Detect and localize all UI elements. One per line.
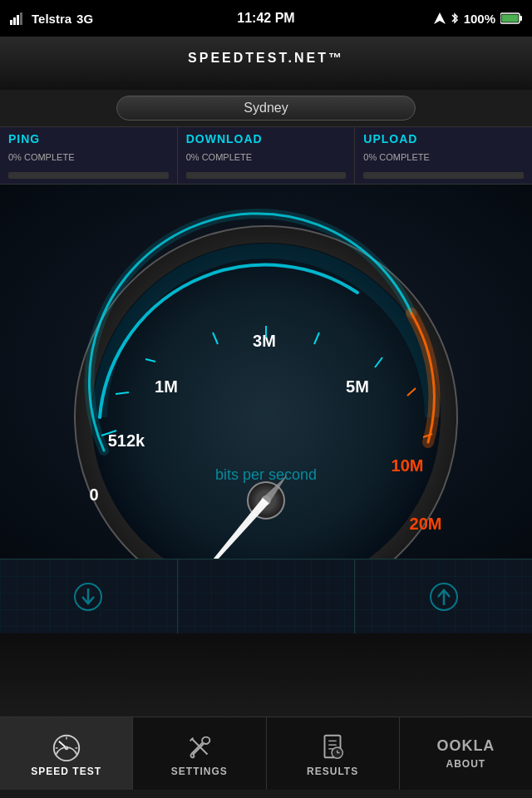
upload-label: UPLOAD (363, 132, 524, 145)
server-bar[interactable]: Sydney (0, 90, 532, 126)
status-left: Telstra 3G (10, 12, 93, 26)
server-location: Sydney (244, 101, 288, 116)
upload-stat: UPLOAD 0% COMPLETE (355, 127, 532, 184)
ping-progress-bg (8, 172, 169, 179)
settings-label: SETTINGS (171, 766, 228, 777)
svg-rect-0 (10, 20, 12, 25)
time-display: 11:42 PM (237, 11, 294, 26)
upload-indicator (355, 559, 532, 633)
bluetooth-icon (451, 12, 459, 25)
about-label: ABOUT (446, 758, 486, 770)
battery-percent: 100% (464, 12, 495, 26)
svg-rect-7 (502, 15, 519, 22)
tab-bar: SPEED TEST SETTINGS RESULTS OOKLA ABOUT (0, 717, 532, 790)
svg-text:1M: 1M (155, 377, 178, 396)
speedometer-icon (51, 731, 82, 762)
server-selector[interactable]: Sydney (116, 96, 416, 121)
status-bar: Telstra 3G 11:42 PM 100% (0, 0, 532, 37)
tab-settings[interactable]: SETTINGS (133, 717, 266, 790)
download-percent: 0% COMPLETE (186, 152, 347, 162)
download-arrow-icon (73, 582, 103, 612)
gauge-area: 0 512k 1M 3M 5M 10M 20M bits per second (0, 185, 532, 559)
carrier-label: Telstra (32, 12, 71, 26)
svg-rect-3 (20, 12, 22, 25)
indicator-bar (0, 559, 532, 633)
status-right: 100% (434, 12, 522, 26)
ping-percent: 0% COMPLETE (8, 152, 169, 162)
network-type: 3G (76, 12, 93, 26)
download-indicator (0, 559, 178, 633)
tab-results[interactable]: RESULTS (267, 717, 400, 790)
speedometer-gauge: 0 512k 1M 3M 5M 10M 20M bits per second (0, 185, 532, 559)
app-header: SPEEDTEST.NET™ (0, 37, 532, 90)
ookla-logo: OOKLA (436, 737, 495, 755)
svg-text:3M: 3M (253, 332, 276, 350)
center-indicator (178, 559, 356, 633)
results-label: RESULTS (307, 766, 358, 777)
settings-icon (184, 731, 215, 762)
svg-text:bits per second: bits per second (215, 466, 317, 483)
location-icon (434, 12, 446, 24)
svg-text:10M: 10M (392, 456, 424, 475)
spacer-area (0, 633, 532, 717)
svg-text:5M: 5M (346, 377, 369, 396)
tab-speed-test[interactable]: SPEED TEST (0, 717, 133, 790)
svg-point-38 (64, 746, 68, 750)
signal-icon (10, 12, 27, 25)
stats-bar: PING 0% COMPLETE DOWNLOAD 0% COMPLETE UP… (0, 126, 532, 185)
app-title: SPEEDTEST.NET™ (188, 48, 344, 79)
upload-percent: 0% COMPLETE (363, 152, 524, 162)
battery-icon (500, 12, 522, 24)
upload-arrow-icon (429, 582, 459, 612)
results-icon (317, 731, 348, 762)
center-grid (178, 559, 355, 633)
speed-test-label: SPEED TEST (31, 766, 101, 777)
download-stat: DOWNLOAD 0% COMPLETE (178, 127, 356, 184)
tab-about[interactable]: OOKLA ABOUT (400, 717, 532, 790)
download-label: DOWNLOAD (186, 132, 347, 145)
download-progress-bg (186, 172, 347, 179)
ping-stat: PING 0% COMPLETE (0, 127, 178, 184)
svg-rect-1 (13, 17, 16, 25)
svg-text:20M: 20M (410, 515, 442, 533)
svg-rect-6 (520, 16, 522, 21)
svg-text:512k: 512k (108, 431, 145, 450)
svg-rect-2 (17, 15, 19, 25)
upload-progress-bg (363, 172, 524, 179)
ping-label: PING (8, 132, 169, 145)
svg-text:0: 0 (89, 485, 98, 504)
svg-marker-4 (434, 12, 446, 24)
